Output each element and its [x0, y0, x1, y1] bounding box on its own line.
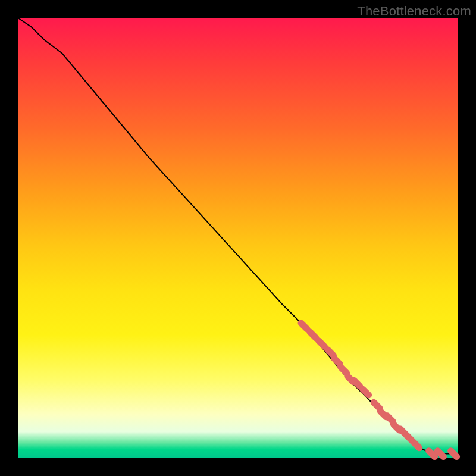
markers-group: [301, 323, 457, 457]
data-marker: [334, 358, 340, 364]
data-marker: [387, 415, 393, 421]
data-marker: [301, 323, 307, 329]
data-marker: [414, 442, 419, 448]
chart-svg: [18, 18, 458, 458]
watermark-text: TheBottleneck.com: [357, 4, 471, 19]
data-marker: [429, 451, 435, 457]
curve-line: [18, 18, 458, 454]
plot-area: [18, 18, 458, 458]
data-marker: [363, 389, 369, 395]
chart-stage: TheBottleneck.com: [0, 0, 476, 476]
data-marker: [437, 451, 443, 457]
data-marker: [451, 451, 457, 457]
data-marker: [341, 367, 347, 373]
data-marker: [319, 341, 325, 347]
data-marker: [374, 402, 380, 408]
data-marker: [327, 349, 333, 355]
data-marker: [310, 332, 316, 338]
data-marker: [354, 380, 360, 386]
